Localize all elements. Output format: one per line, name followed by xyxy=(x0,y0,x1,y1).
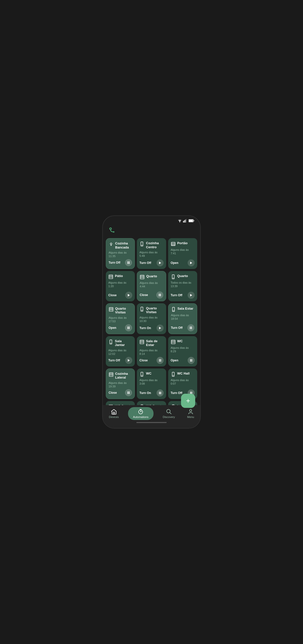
card-action: Open xyxy=(171,261,179,265)
card-title: Cozinha Bancada xyxy=(115,241,132,249)
card-action: Close xyxy=(109,391,117,394)
card-footer: Turn Off xyxy=(171,292,195,299)
card-toggle-button[interactable] xyxy=(157,357,164,364)
card-title: WC Hall xyxy=(177,371,190,376)
svg-line-96 xyxy=(170,412,171,414)
card-header: Portão xyxy=(171,241,195,246)
card-item-4[interactable]: Pátio Alguns dias às 1:20 Close xyxy=(106,271,135,301)
card-item-7[interactable]: Quarto Visitas Alguns dias às 17:53 Open xyxy=(106,303,135,334)
card-action: Open xyxy=(171,359,179,362)
card-title: Cozinha Centro xyxy=(146,241,163,249)
nav-item-discovery[interactable]: Discovery xyxy=(160,408,178,419)
card-schedule: Alguns dias às 10:30 xyxy=(139,316,163,324)
wifi-icon xyxy=(178,219,182,222)
card-schedule: Alguns dias às 4:44 xyxy=(140,281,163,290)
nav-item-automations[interactable]: Automations xyxy=(128,407,154,420)
card-item-3[interactable]: Portão Alguns dias às 7:41 Open xyxy=(168,238,197,269)
card-schedule: Alguns dias às 12:02 xyxy=(108,349,132,356)
svg-marker-45 xyxy=(159,327,161,329)
card-action: Close xyxy=(140,293,148,297)
phone-icon xyxy=(139,241,144,246)
battery-icon xyxy=(189,219,194,222)
card-title: Sala Jantar xyxy=(115,339,132,347)
svg-rect-65 xyxy=(109,373,113,376)
card-toggle-button[interactable] xyxy=(188,259,195,266)
card-toggle-button[interactable] xyxy=(125,259,132,266)
phone-icon xyxy=(171,274,176,279)
card-header: Sala Jantar xyxy=(108,339,132,347)
card-action: Turn Off xyxy=(171,293,182,297)
svg-marker-17 xyxy=(159,262,161,264)
card-item-17[interactable]: WC Quarto Alguns dias às 13:52 Turn Off xyxy=(137,401,166,405)
card-toggle-button[interactable] xyxy=(125,292,132,299)
light-icon xyxy=(109,242,114,247)
card-item-13[interactable]: Cozinha Lateral Alguns dias às 19:39 Clo… xyxy=(106,368,135,399)
card-schedule: Alguns dias às 18:54 xyxy=(171,313,194,323)
svg-rect-23 xyxy=(109,275,113,279)
svg-rect-63 xyxy=(190,359,191,362)
phone-frame: Cozinha Bancada Alguns dias às 11:35 Tur… xyxy=(102,215,201,429)
home-icon xyxy=(111,409,117,415)
card-toggle-button[interactable] xyxy=(157,325,164,332)
svg-rect-32 xyxy=(159,294,160,296)
card-footer: Turn On xyxy=(139,389,163,397)
logo xyxy=(108,226,195,235)
play-icon xyxy=(127,293,131,297)
nav-item-menu[interactable]: Menu xyxy=(184,408,197,419)
card-header: WC Hall xyxy=(171,371,195,377)
card-toggle-button[interactable] xyxy=(157,389,164,397)
card-item-9[interactable]: Sala Estar Alguns dias às 18:54 Turn Off xyxy=(168,303,197,334)
card-toggle-button[interactable] xyxy=(187,324,194,331)
card-action: Turn On xyxy=(139,391,151,395)
card-toggle-button[interactable] xyxy=(125,357,132,364)
card-item-2[interactable]: Cozinha Centro Alguns dias às 5:49 Turn … xyxy=(137,238,166,269)
pause-icon xyxy=(127,326,130,330)
card-item-10[interactable]: Sala Jantar Alguns dias às 12:02 Turn Of… xyxy=(106,336,135,366)
card-item-12[interactable]: WC Alguns dias às 8:29 Open xyxy=(168,336,197,366)
card-action: Turn Off xyxy=(108,359,120,362)
card-item-16[interactable]: WC Quarto Alguns dias às 14:55 Close xyxy=(106,401,135,405)
svg-rect-75 xyxy=(172,372,174,376)
svg-marker-52 xyxy=(128,359,130,362)
card-footer: Open xyxy=(109,324,132,331)
card-footer: Turn Off xyxy=(108,357,132,364)
card-toggle-button[interactable] xyxy=(156,291,163,299)
card-item-6[interactable]: Quarto Todos os dias às 13:39 Turn Off xyxy=(168,271,197,301)
svg-rect-84 xyxy=(141,405,143,405)
card-action: Turn Off xyxy=(109,261,120,264)
card-item-5[interactable]: Quarto Alguns dias às 4:44 Close xyxy=(137,271,166,301)
card-item-14[interactable]: WC Alguns dias às 3:08 Turn On xyxy=(137,368,166,399)
card-header: Sala de Estar xyxy=(139,339,163,347)
add-automation-button[interactable]: + xyxy=(181,394,195,408)
play-icon xyxy=(158,261,162,265)
card-header: WC Quarto xyxy=(108,404,132,405)
card-action: Turn On xyxy=(139,326,151,330)
phone-icon xyxy=(139,372,144,377)
nav-item-devices[interactable]: Devices xyxy=(106,408,122,419)
card-schedule: Alguns dias às 3:08 xyxy=(139,378,163,389)
card-header: Quarto xyxy=(171,274,195,279)
status-icons xyxy=(178,219,194,222)
card-toggle-button[interactable] xyxy=(125,389,132,396)
card-toggle-button[interactable] xyxy=(188,357,195,364)
svg-rect-53 xyxy=(140,340,144,344)
notch xyxy=(147,216,156,225)
card-item-11[interactable]: Sala de Estar Alguns dias às 8:14 Close xyxy=(137,336,166,366)
svg-rect-28 xyxy=(140,275,144,279)
card-schedule: Alguns dias às 8:29 xyxy=(171,346,195,356)
card-header: Cozinha Bancada xyxy=(109,241,132,249)
card-footer: Open xyxy=(171,357,195,364)
search-icon xyxy=(166,409,172,415)
card-schedule: Todos os dias às 13:39 xyxy=(171,281,195,291)
card-item-8[interactable]: Quarto Visitas Alguns dias às 10:30 Turn… xyxy=(137,303,166,334)
card-title: WC Quarto xyxy=(115,404,132,405)
card-action: Close xyxy=(139,359,148,362)
app-header xyxy=(103,224,200,237)
svg-rect-43 xyxy=(141,307,143,311)
card-toggle-button[interactable] xyxy=(188,292,195,299)
card-item-1[interactable]: Cozinha Bancada Alguns dias às 11:35 Tur… xyxy=(106,238,135,269)
phone-icon xyxy=(171,404,176,405)
menu-person-icon xyxy=(188,409,194,415)
card-toggle-button[interactable] xyxy=(157,259,164,266)
card-toggle-button[interactable] xyxy=(125,324,132,331)
